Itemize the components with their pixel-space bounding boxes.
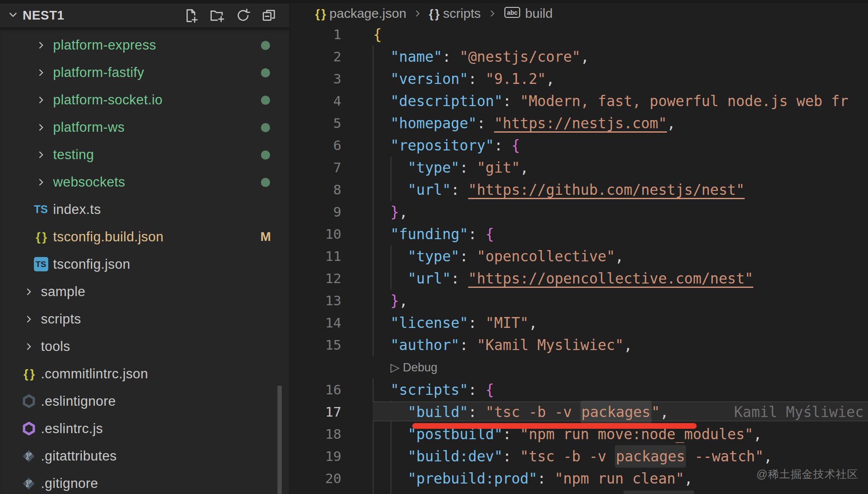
code-token: "@nestjs/core" [460,48,581,65]
indent-guide [391,490,391,494]
tree-item-testing[interactable]: testing [0,141,289,168]
code-line-14[interactable]: 14 "license": "MIT", [290,312,868,334]
url-link[interactable]: "https://github.com/nestjs/nest" [468,181,745,198]
line-number: 5 [290,112,341,134]
code-line-13[interactable]: 13 }, [290,290,868,312]
new-file-button[interactable] [182,7,200,24]
code-token: , [546,70,554,87]
breadcrumb-item-build[interactable]: abcbuild [504,5,553,22]
code-line-4[interactable]: 4 "description": "Modern, fast, powerful… [290,90,868,112]
code-token: , [753,426,762,443]
code-token: : [503,93,520,110]
code-line-2[interactable]: 2 "name": "@nestjs/core", [290,46,868,68]
breadcrumb-item-scripts[interactable]: { }scripts [429,6,481,21]
code-token: : [442,48,460,65]
code-token: "author" [391,337,460,354]
svg-text:abc: abc [507,9,517,16]
code-line-15[interactable]: 15 "author": "Kamil Mysliwiec", [290,334,868,356]
code-line-16[interactable]: 16 "scripts": { [290,379,868,401]
sidebar-scrollbar[interactable] [277,386,282,494]
breadcrumb-label: scripts [443,6,481,21]
code-token: "url" [407,181,451,198]
tree-item-label: tools [41,339,70,354]
tree-item-index-ts[interactable]: TSindex.ts [0,196,289,223]
tree-item-eslintrc-js[interactable]: .eslintrc.js [0,415,289,442]
code-token [373,159,407,176]
tree-item-websockets[interactable]: websockets [0,168,289,196]
tree-item-tsconfig-json[interactable]: TStsconfig.json [0,250,289,278]
code-line-content: "repository": { [373,134,520,157]
tree-item-tsconfig-build-json[interactable]: { }tsconfig.build.jsonM [0,223,289,250]
breadcrumb-item-package-json[interactable]: { }package.json [315,6,406,21]
tree-item-gitignore[interactable]: .gitignore [0,470,289,494]
code-token: "license" [391,314,468,331]
line-number: 18 [290,423,341,445]
chevron-right-icon [32,146,50,164]
new-file-icon [183,7,199,24]
code-line-19[interactable]: 19 "build:dev": "tsc -b -v packages --wa… [290,445,868,467]
code-line-1[interactable]: 1{ [290,23,868,46]
window-top-edge [0,0,868,3]
new-folder-button[interactable] [208,7,226,24]
tree-item-label: tsconfig.json [53,257,130,272]
line-number: 9 [290,201,341,223]
git-changes-dot-badge [261,150,270,160]
tree-item-eslintignore[interactable]: .eslintignore [0,387,289,415]
code-token: "npm run clean" [554,470,684,487]
refresh-button[interactable] [234,7,252,24]
code-token: : [451,181,468,198]
line-number: 20 [290,467,341,490]
tree-item-platform-socket-io[interactable]: platform-socket.io [0,86,289,113]
debug-codelens-link[interactable]: ▷ Debug [391,356,437,379]
code-token: : [451,270,468,287]
collapse-all-button[interactable] [260,7,278,24]
code-line-9[interactable]: 9 }, [290,201,868,223]
line-number: 3 [290,68,341,90]
code-line-5[interactable]: 5 "homepage": "https://nestjs.com", [290,112,868,134]
tree-item-platform-express[interactable]: platform-express [0,31,289,59]
code-line-12[interactable]: 12 "url": "https://opencollective.com/ne… [290,267,868,290]
url-link[interactable]: "https://nestjs.com" [494,115,667,132]
breadcrumb: { }package.json{ }scriptsabcbuild [290,3,868,23]
code-token: : [468,70,486,87]
tree-item-sample[interactable]: sample [0,278,289,305]
ts-square-icon: TS [32,256,50,273]
tree-item-label: .eslintrc.js [41,421,103,437]
tree-item-platform-fastify[interactable]: platform-fastify [0,59,289,86]
line-number: 14 [290,312,341,334]
code-token: "name" [391,48,442,65]
code-token: { [373,26,382,43]
code-token [373,93,391,110]
code-token: { [485,381,494,398]
json-icon: { } [20,365,37,383]
tree-item-tools[interactable]: tools [0,333,289,360]
code-line-6[interactable]: 6 "repository": { [290,134,868,157]
code-line-8[interactable]: 8 "url": "https://github.com/nestjs/nest… [290,179,868,201]
code-line-17[interactable]: 17 "build": "tsc -b -v packages",Kamil M… [290,401,868,423]
code-line-3[interactable]: 3 "version": "9.1.2", [290,68,868,90]
code-line-content: "prebuild:prod": "npm run clean", [373,467,693,490]
code-token: , [615,248,624,265]
tree-item-commitlintrc-json[interactable]: { }.commitlintrc.json [0,360,289,387]
tree-item-platform-ws[interactable]: platform-ws [0,113,289,141]
code-token: "tsc -b -v [485,404,581,421]
code-line-7[interactable]: 7 "type": "git", [290,157,868,179]
line-number: 4 [290,90,341,112]
code-token: "repository" [391,137,494,154]
code-line-content: "license": "MIT", [373,312,537,334]
tree-item-scripts[interactable]: scripts [0,305,289,333]
explorer-section-header[interactable]: NEST1 [0,3,289,27]
url-link[interactable]: "https://opencollective.com/nest" [468,270,754,287]
code-area[interactable]: 1{2 "name": "@nestjs/core",3 "version": … [290,23,868,494]
code-token: "version" [391,70,468,87]
tree-item-gitattributes[interactable]: .gitattributes [0,442,289,470]
code-token [373,181,407,198]
codelens-row: ▷ Debug [290,356,868,379]
code-token [373,204,391,220]
code-token [373,426,407,443]
code-line-10[interactable]: 10 "funding": { [290,223,868,245]
line-number: 13 [290,290,341,312]
code-line-11[interactable]: 11 "type": "opencollective", [290,245,868,267]
code-line-partial[interactable] [290,490,868,494]
line-number: 11 [290,245,341,267]
